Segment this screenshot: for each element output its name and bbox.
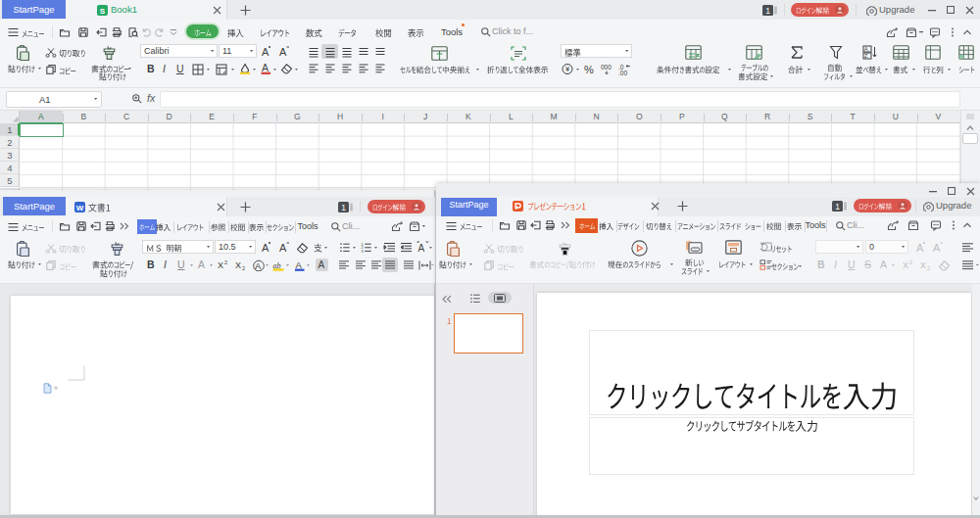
svg-text:ab: ab bbox=[273, 261, 281, 270]
svg-text:A: A bbox=[262, 62, 269, 73]
svg-text:X: X bbox=[235, 260, 241, 270]
svg-text:1: 1 bbox=[765, 5, 770, 15]
svg-text:%: % bbox=[584, 64, 594, 75]
svg-text:X: X bbox=[218, 260, 223, 270]
svg-text:2: 2 bbox=[224, 259, 227, 265]
svg-text:A: A bbox=[916, 242, 924, 254]
svg-text:1: 1 bbox=[341, 202, 346, 212]
svg-text:A: A bbox=[418, 243, 425, 254]
svg-text:A: A bbox=[296, 259, 303, 270]
svg-text:A: A bbox=[262, 242, 270, 254]
svg-text:¥: ¥ bbox=[565, 65, 570, 73]
svg-text:W: W bbox=[76, 203, 84, 212]
svg-text:2: 2 bbox=[242, 265, 245, 270]
svg-text:A: A bbox=[279, 242, 287, 254]
svg-text:3: 3 bbox=[362, 250, 364, 254]
svg-text:X: X bbox=[903, 260, 908, 270]
svg-text:A: A bbox=[262, 46, 270, 58]
svg-text:000: 000 bbox=[601, 64, 612, 71]
svg-text:A: A bbox=[864, 46, 868, 52]
svg-text:2: 2 bbox=[927, 265, 930, 270]
svg-text:S: S bbox=[100, 6, 106, 15]
svg-text:2: 2 bbox=[909, 259, 912, 265]
svg-text:Z: Z bbox=[864, 53, 868, 59]
svg-text:1: 1 bbox=[835, 201, 840, 211]
svg-text:A: A bbox=[279, 46, 287, 58]
svg-text:A: A bbox=[933, 242, 941, 254]
svg-text:.00: .00 bbox=[618, 70, 627, 76]
svg-text:X: X bbox=[920, 260, 926, 270]
